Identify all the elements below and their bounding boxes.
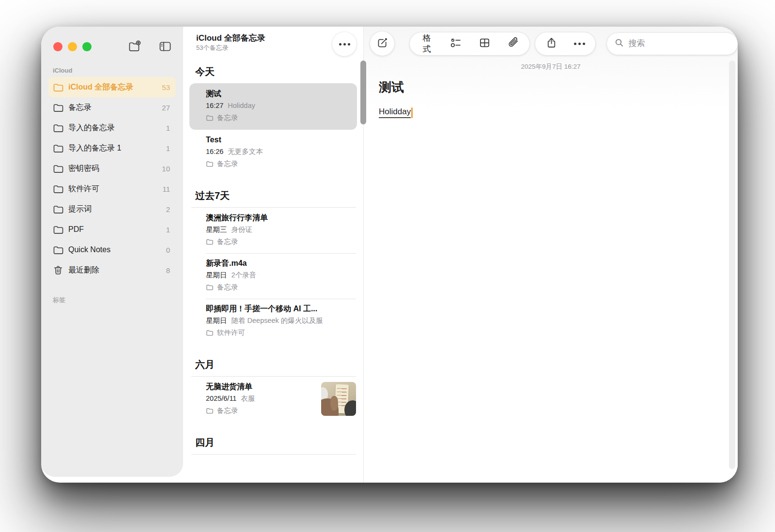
sidebar-item-7[interactable]: PDF 1 <box>48 219 176 240</box>
table-button[interactable] <box>470 32 499 55</box>
sidebar-item-9[interactable]: 最近删除 8 <box>48 260 176 280</box>
sidebar-tags-label: 标签 <box>53 296 183 304</box>
note-list-item[interactable]: 即插即用！手搓一个移动 AI 工... 星期日随着 Deepseek 的爆火以及… <box>183 299 363 344</box>
sidebar-item-count: 8 <box>162 266 170 274</box>
sidebar-item-count: 2 <box>162 205 170 213</box>
note-item-title: 即插即用！手搓一个移动 AI 工... <box>206 303 356 315</box>
trash-icon <box>53 265 64 275</box>
toggle-sidebar-button[interactable] <box>158 40 172 53</box>
notes-window: iCloud iCloud 全部备忘录 53 备忘录 27 导入的备忘录 1 <box>41 27 738 483</box>
sidebar-item-3[interactable]: 导入的备忘录 1 1 <box>48 138 176 158</box>
sidebar-item-label: 导入的备忘录 <box>68 123 115 133</box>
section-header: 四月 <box>195 436 356 449</box>
checklist-button[interactable] <box>442 32 470 55</box>
note-item-folder: 备忘录 <box>206 112 350 124</box>
note-item-folder: 备忘录 <box>206 281 356 293</box>
minimize-window-button[interactable] <box>68 42 77 51</box>
folder-icon <box>53 102 64 113</box>
note-item-title: 澳洲旅行行李清单 <box>206 212 356 224</box>
note-item-meta: 星期日随着 Deepseek 的爆火以及服 <box>206 315 356 327</box>
zoom-window-button[interactable] <box>82 42 92 51</box>
sidebar-section-label: iCloud <box>53 67 183 74</box>
sidebar-item-0[interactable]: iCloud 全部备忘录 53 <box>48 77 176 97</box>
list-more-button[interactable] <box>332 32 356 56</box>
note-item-preview: 无更多文本 <box>228 148 263 155</box>
note-item-preview: 2个录音 <box>232 271 257 279</box>
note-item-folder-name: 备忘录 <box>217 158 238 170</box>
notes-section: 今天 测试 16:27Holidday 备忘录 <box>183 65 363 175</box>
note-body[interactable]: Holidday <box>379 107 738 118</box>
sidebar-item-count: 11 <box>158 185 170 193</box>
sidebar-item-label: PDF <box>68 225 84 234</box>
notes-section: 六月 无脑进货清单 2025/6/11衣服 备忘录 <box>183 358 363 422</box>
editor-more-button[interactable] <box>566 32 593 55</box>
section-header: 六月 <box>195 358 356 371</box>
notes-list-scrollbar[interactable] <box>360 61 366 124</box>
note-item-time: 16:27 <box>206 102 223 109</box>
sidebar-item-2[interactable]: 导入的备忘录 1 <box>48 118 176 138</box>
search-input[interactable] <box>628 39 730 48</box>
note-item-folder-name: 备忘录 <box>217 405 238 417</box>
new-folder-button[interactable] <box>127 40 142 53</box>
search-field[interactable] <box>607 33 738 55</box>
new-note-button[interactable] <box>370 31 394 56</box>
sidebar-item-count: 27 <box>158 104 170 112</box>
new-folder-icon <box>128 40 141 53</box>
note-item-title: 无脑进货清单 <box>206 381 315 393</box>
share-toolbar-group <box>535 32 595 55</box>
note-item-meta: 星期三身份证 <box>206 224 356 236</box>
editor-scrollbar[interactable] <box>729 61 735 469</box>
format-button[interactable]: 格式 <box>412 32 442 55</box>
sidebar-item-1[interactable]: 备忘录 27 <box>48 97 176 118</box>
notes-list-title: iCloud 全部备忘录 <box>196 33 265 43</box>
sidebar-item-5[interactable]: 软件许可 11 <box>48 179 176 199</box>
notes-scroll-area[interactable]: 今天 测试 16:27Holidday 备忘录 <box>183 57 363 483</box>
sidebar-item-count: 1 <box>162 124 170 132</box>
note-item-time: 星期日 <box>206 271 227 279</box>
note-list-item[interactable]: 新录音.m4a 星期日2个录音 备忘录 <box>183 253 363 299</box>
note-list-item[interactable]: Test 16:26无更多文本 备忘录 <box>183 130 363 175</box>
share-button[interactable] <box>537 32 566 55</box>
note-item-preview: 随着 Deepseek 的爆火以及服 <box>232 317 323 324</box>
note-item-meta: 星期日2个录音 <box>206 269 356 281</box>
sidebar-toggle-icon <box>158 41 172 52</box>
notes-section: 四月 <box>183 436 363 455</box>
section-header: 过去7天 <box>195 189 356 202</box>
note-item-meta: 2025/6/11衣服 <box>206 393 315 405</box>
attach-button[interactable] <box>499 32 527 55</box>
note-list-item[interactable]: 测试 16:27Holidday 备忘录 <box>189 83 357 130</box>
compose-icon <box>376 37 388 50</box>
more-icon <box>574 43 585 45</box>
note-item-folder: 备忘录 <box>206 405 315 417</box>
note-item-meta: 16:27Holidday <box>206 100 350 112</box>
note-item-folder-name: 备忘录 <box>217 112 238 124</box>
close-window-button[interactable] <box>53 42 62 51</box>
notes-list-column: iCloud 全部备忘录 53个备忘录 今天 测试 16:27Holidday <box>183 27 363 483</box>
sidebar-item-4[interactable]: 密钥密码 10 <box>48 158 176 179</box>
folder-icon <box>53 82 64 92</box>
note-item-preview: 衣服 <box>241 395 255 402</box>
table-icon <box>479 37 491 50</box>
notes-list-count: 53个备忘录 <box>196 44 265 52</box>
note-thumbnail <box>321 382 356 416</box>
note-item-folder-name: 软件许可 <box>217 327 245 339</box>
note-item-time: 星期日 <box>206 317 227 324</box>
sidebar-item-8[interactable]: Quick Notes 0 <box>48 240 176 260</box>
note-item-title: 新录音.m4a <box>206 258 356 269</box>
sidebar-item-count: 53 <box>158 83 170 91</box>
sidebar-item-label: iCloud 全部备忘录 <box>68 82 133 92</box>
folder-icon <box>53 122 64 133</box>
note-item-time: 星期三 <box>206 226 227 233</box>
sidebar-folder-list: iCloud 全部备忘录 53 备忘录 27 导入的备忘录 1 导入的备忘录 1 <box>41 77 183 280</box>
search-icon <box>615 38 624 49</box>
sidebar-item-label: 最近删除 <box>68 265 99 275</box>
note-item-title: 测试 <box>206 88 350 100</box>
note-list-item[interactable]: 澳洲旅行行李清单 星期三身份证 备忘录 <box>183 208 363 253</box>
sidebar-item-label: Quick Notes <box>68 245 110 254</box>
checklist-icon <box>450 37 462 50</box>
note-list-item[interactable]: 无脑进货清单 2025/6/11衣服 备忘录 <box>183 377 363 422</box>
note-item-preview: Holidday <box>228 102 255 109</box>
folder-icon <box>53 163 64 174</box>
sidebar-item-6[interactable]: 提示词 2 <box>48 199 176 219</box>
sidebar-item-label: 密钥密码 <box>68 164 99 174</box>
